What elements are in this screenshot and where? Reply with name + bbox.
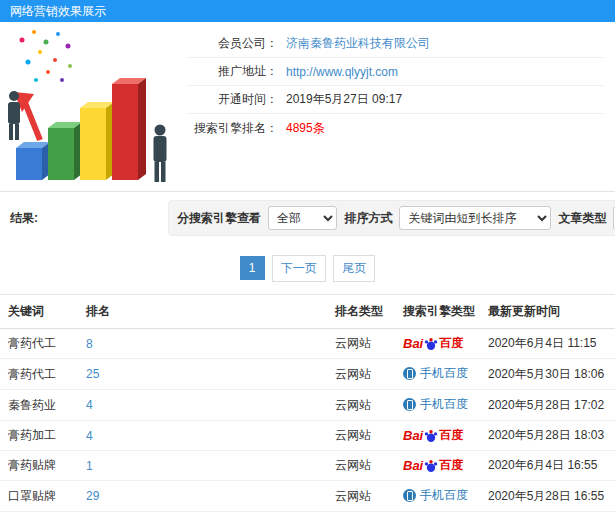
sort-label: 排序方式 xyxy=(344,210,392,227)
keyword-cell: 膏药代工 xyxy=(0,329,80,359)
baidu-logo-suffix: 百度 xyxy=(439,457,463,474)
table-row: 口罩贴牌 29 云网站 Bai 百度 手机百度 xyxy=(0,481,615,512)
rank-link[interactable]: 25 xyxy=(86,367,99,381)
rank-link[interactable]: 29 xyxy=(86,489,99,503)
keyword-cell: 秦鲁药业 xyxy=(0,390,80,421)
info-row-open-time: 开通时间： 2019年5月27日 09:17 xyxy=(186,86,605,114)
baidu-paw-icon xyxy=(424,459,438,473)
header-keyword: 关键词 xyxy=(0,295,80,329)
filter-bar: 分搜索引擎查看 全部 排序方式 关键词由短到长排序 文章类型 全部 提交 xyxy=(168,200,615,236)
keyword-cell: 膏药加工 xyxy=(0,421,80,451)
rank-type-cell: 云网站 xyxy=(329,390,397,421)
keyword-cell: 口罩贴牌 xyxy=(0,481,80,512)
pagination-last-button[interactable]: 尾页 xyxy=(333,255,375,282)
mobile-baidu: 手机百度 xyxy=(403,487,468,504)
baidu-logo: Bai 百度 xyxy=(403,427,463,444)
baidu-logo-prefix: Bai xyxy=(403,428,423,443)
results-section-label: 结果: xyxy=(8,210,168,227)
confetti-dots xyxy=(20,30,73,82)
engine-cell: Bai 百度 手机百度 xyxy=(397,359,482,390)
sort-select[interactable]: 关键词由短到长排序 xyxy=(399,206,551,230)
header-engine-type: 搜索引擎类型 xyxy=(397,295,482,329)
marketing-illustration xyxy=(0,22,182,191)
engine-filter-label: 分搜索引擎查看 xyxy=(177,210,261,227)
baidu-logo-prefix: Bai xyxy=(403,336,423,351)
pagination-current-page[interactable]: 1 xyxy=(240,256,265,280)
member-info-panel: 会员公司： 济南秦鲁药业科技有限公司 推广地址： http://www.qlyy… xyxy=(182,22,615,191)
rank-link[interactable]: 8 xyxy=(86,337,93,351)
pagination-next-button[interactable]: 下一页 xyxy=(272,255,326,282)
table-row: 膏药代工 25 云网站 Bai 百度 手机百度 xyxy=(0,359,615,390)
company-link[interactable]: 济南秦鲁药业科技有限公司 xyxy=(286,35,430,52)
mobile-baidu-label: 手机百度 xyxy=(420,487,468,504)
header-update-time: 最新更新时间 xyxy=(482,295,615,329)
update-time-cell: 2020年5月28日 16:55 xyxy=(482,481,615,512)
person-right-silhouette xyxy=(154,125,167,183)
page: 网络营销效果展示 xyxy=(0,0,615,520)
rank-type-cell: 云网站 xyxy=(329,512,397,520)
results-table: 关键词 排名 排名类型 搜索引擎类型 最新更新时间 膏药代工 8 云网站 Bai xyxy=(0,294,615,520)
rank-type-cell: 云网站 xyxy=(329,451,397,481)
open-time-label: 开通时间： xyxy=(186,91,278,108)
hero-section: 会员公司： 济南秦鲁药业科技有限公司 推广地址： http://www.qlyy… xyxy=(0,22,615,192)
baidu-logo: Bai 百度 xyxy=(403,457,463,474)
engine-cell: Bai 百度 手机百度 xyxy=(397,390,482,421)
info-row-url: 推广地址： http://www.qlyyjt.com xyxy=(186,58,605,86)
title-bar: 网络营销效果展示 xyxy=(0,0,615,22)
header-row: 关键词 排名 排名类型 搜索引擎类型 最新更新时间 xyxy=(0,295,615,329)
table-row: 金华防护服 17,25 云网站 Bai 百度 手机百度 xyxy=(0,512,615,520)
info-row-rank-count: 搜索引擎排名： 4895条 xyxy=(186,114,605,142)
engine-filter-select[interactable]: 全部 xyxy=(268,206,337,230)
update-time-cell: 2020年5月30日 18:06 xyxy=(482,359,615,390)
mobile-phone-icon xyxy=(403,398,416,411)
rank-link[interactable]: 1 xyxy=(86,459,93,473)
article-type-label: 文章类型 xyxy=(558,210,606,227)
update-time-cell: 2020年5月28日 17:02 xyxy=(482,390,615,421)
results-filter-section: 结果: 分搜索引擎查看 全部 排序方式 关键词由短到长排序 文章类型 全部 提交 xyxy=(0,192,615,244)
rank-link[interactable]: 4 xyxy=(86,398,93,412)
page-title: 网络营销效果展示 xyxy=(10,4,106,18)
keyword-cell: 膏药代工 xyxy=(0,359,80,390)
mobile-baidu-label: 手机百度 xyxy=(420,396,468,413)
header-rank-type: 排名类型 xyxy=(329,295,397,329)
engine-cell: Bai 百度 手机百度 xyxy=(397,421,482,451)
person-left-silhouette xyxy=(8,91,20,140)
table-row: 秦鲁药业 4 云网站 Bai 百度 手机百度 xyxy=(0,390,615,421)
rank-link[interactable]: 4 xyxy=(86,429,93,443)
update-time-cell: 2020年6月20日 09:25 xyxy=(482,512,615,520)
results-table-body: 膏药代工 8 云网站 Bai 百度 手机百度 xyxy=(0,329,615,520)
keyword-cell: 金华防护服 xyxy=(0,512,80,520)
mobile-baidu: 手机百度 xyxy=(403,396,468,413)
keyword-cell: 膏药贴牌 xyxy=(0,451,80,481)
promo-url-link[interactable]: http://www.qlyyjt.com xyxy=(286,65,398,79)
mobile-phone-icon xyxy=(403,489,416,502)
engine-cell: Bai 百度 手机百度 xyxy=(397,451,482,481)
rank-type-cell: 云网站 xyxy=(329,421,397,451)
pagination: 1 下一页 尾页 xyxy=(0,244,615,294)
table-row: 膏药贴牌 1 云网站 Bai 百度 手机百度 xyxy=(0,451,615,481)
header-rank: 排名 xyxy=(80,295,329,329)
baidu-logo-prefix: Bai xyxy=(403,458,423,473)
engine-cell: Bai 百度 手机百度 xyxy=(397,329,482,359)
baidu-logo: Bai 百度 xyxy=(403,335,463,352)
mobile-baidu: 手机百度 xyxy=(403,365,468,382)
rank-type-cell: 云网站 xyxy=(329,481,397,512)
open-time-value: 2019年5月27日 09:17 xyxy=(286,91,402,108)
mobile-baidu-label: 手机百度 xyxy=(420,365,468,382)
rank-count-label: 搜索引擎排名： xyxy=(186,120,278,137)
baidu-paw-icon xyxy=(424,429,438,443)
engine-cell: Bai 百度 手机百度 xyxy=(397,512,482,520)
rank-type-cell: 云网站 xyxy=(329,359,397,390)
table-row: 膏药加工 4 云网站 Bai 百度 手机百度 xyxy=(0,421,615,451)
rank-type-cell: 云网站 xyxy=(329,329,397,359)
info-row-company: 会员公司： 济南秦鲁药业科技有限公司 xyxy=(186,30,605,58)
mobile-phone-icon xyxy=(403,367,416,380)
rank-count-value: 4895条 xyxy=(286,120,325,137)
engine-cell: Bai 百度 手机百度 xyxy=(397,481,482,512)
update-time-cell: 2020年6月4日 11:15 xyxy=(482,329,615,359)
bar-chart-illustration xyxy=(0,22,182,190)
promo-url-label: 推广地址： xyxy=(186,63,278,80)
baidu-logo-suffix: 百度 xyxy=(439,427,463,444)
results-table-head: 关键词 排名 排名类型 搜索引擎类型 最新更新时间 xyxy=(0,295,615,329)
update-time-cell: 2020年6月4日 16:55 xyxy=(482,451,615,481)
